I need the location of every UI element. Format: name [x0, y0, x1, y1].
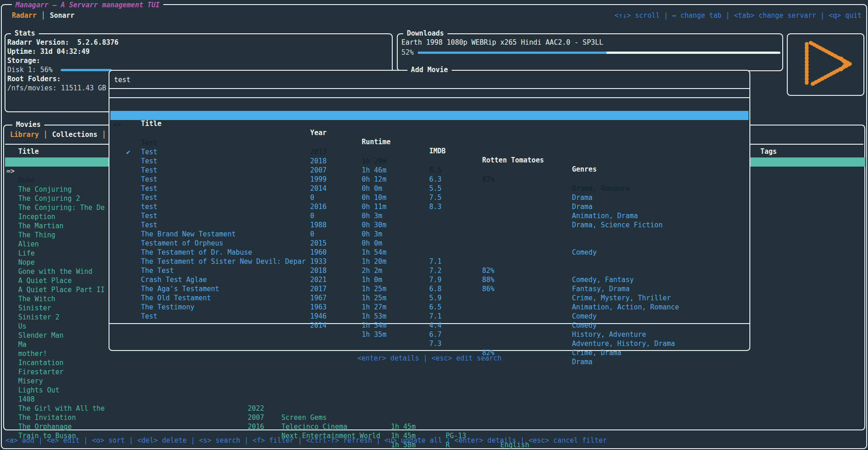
result-rotten-tomatoes: 82% — [482, 348, 494, 357]
uptime-line: Uptime: 31d 04:32:49 — [7, 47, 390, 56]
result-genres: Comedy — [572, 321, 597, 330]
storage-label: Storage: — [7, 56, 390, 65]
tab-collections[interactable]: Collections — [52, 131, 97, 139]
download-progress-line: 52% — [401, 48, 780, 57]
managarr-screen: Managarr – A Servarr management TUI Rada… — [0, 0, 868, 450]
managarr-logo — [792, 36, 859, 92]
result-year: 1967 — [310, 293, 327, 303]
movie-year: 2016 — [248, 422, 264, 431]
result-imdb-rating: 5.9 — [429, 293, 442, 303]
search-result-row[interactable]: The Testament of Sister New Devil: Depar… — [110, 230, 748, 239]
movies-tabs: Library│Collections│ — [10, 130, 111, 139]
search-result-row[interactable]: ✔ Test 2007 0h 12m 5.5 Drama — [110, 129, 748, 138]
movie-studio: Telecinco Cinema — [281, 422, 348, 431]
search-result-row[interactable]: The Aga's Testament 1967 1h 27m 7.1 Hist… — [110, 257, 748, 266]
column-header-tags: Tags — [760, 147, 777, 156]
column-header-title: Title — [18, 147, 39, 156]
result-genres: Crime, Mystery, Thriller — [572, 293, 671, 303]
search-result-row[interactable]: Test 0 0h 0m — [110, 193, 748, 202]
tab-sonarr[interactable]: Sonarr — [50, 11, 74, 20]
result-imdb-rating: 7.3 — [429, 339, 442, 348]
result-imdb-rating: 6.5 — [429, 303, 442, 312]
library-row-details: 2022 Screen Gems 1h 45m PG-13 English 1.… — [4, 395, 864, 404]
uptime-value: 31d 04:32:49 — [40, 47, 89, 56]
search-input-divider — [109, 88, 749, 89]
movies-panel-title: Movies — [12, 120, 44, 129]
search-result-row[interactable]: test 0 0h 30m Comedy — [110, 175, 748, 184]
bottom-keybindings: <a> add | <e> edit | <o> sort | <del> de… — [5, 436, 607, 445]
radarr-version-line: Radarr Version:5.2.6.8376 — [7, 38, 390, 47]
result-runtime: 1h 53m — [362, 312, 386, 321]
top-keybindings: <↑↓> scroll | ↔ change tab | <tab> chang… — [614, 11, 862, 20]
radarr-version-value: 5.2.6.8376 — [77, 38, 118, 47]
search-result-row[interactable]: Test 2016 0h 3m — [110, 166, 748, 175]
result-runtime: 1h 35m — [362, 330, 386, 339]
search-input[interactable]: test — [114, 75, 130, 84]
movie-runtime: 1h 45m — [391, 422, 416, 431]
library-row-details: 2016 Next Entertainment World 1h 58m NR … — [4, 413, 864, 422]
search-result-row[interactable]: Test 2014 1h 35m 7.3 82% Drama — [110, 284, 748, 293]
tab-radarr[interactable]: Radarr — [12, 11, 36, 20]
disk-percent: 56% — [40, 66, 52, 74]
disk-usage-bar — [61, 69, 112, 71]
search-result-row[interactable]: The Brand New Testament 2015 1h 54m 7.1 … — [110, 202, 748, 211]
result-genres: Adventure, History, Drama — [572, 339, 675, 348]
results-table-top-border — [109, 97, 749, 98]
library-row-details: 2007 Telecinco Cinema 1h 45m R Spanish 0… — [4, 404, 864, 413]
tab-library[interactable]: Library — [10, 131, 39, 139]
download-progress-bar — [418, 52, 780, 54]
search-result-row[interactable]: Test 0 0h 11m — [110, 157, 748, 166]
search-result-row[interactable]: Testament of Orpheus 1960 1h 20m 7.2 88%… — [110, 211, 748, 220]
download-percent: 52% — [401, 48, 414, 57]
result-runtime: 1h 34m — [362, 321, 386, 330]
library-movie-row[interactable]: 1408 — [5, 377, 865, 386]
downloads-panel: Downloads Earth 1998 1080p WEBRip x265 H… — [397, 33, 783, 71]
result-runtime: 1h 25m — [362, 293, 386, 303]
popup-keybindings: <enter> details | <esc> edit search — [109, 354, 750, 363]
library-row-details-layer: 2022 Screen Gems 1h 45m PG-13 English 1.… — [4, 395, 864, 422]
result-imdb-rating: 7.1 — [429, 312, 442, 321]
library-movie-row[interactable]: The Girl with All the — [5, 386, 865, 395]
result-genres: Drama — [572, 357, 593, 366]
search-result-row[interactable]: Test 2014 0h 10m 8.3 Drama, Science Fict… — [110, 147, 748, 157]
search-result-row[interactable]: The Old Testament 1963 1h 53m 4.4 Advent… — [110, 266, 748, 275]
search-result-row[interactable]: The Test 2021 1h 25m 5.9 Comedy — [110, 239, 748, 248]
search-result-row[interactable]: Test 1988 0h 3m — [110, 184, 748, 193]
result-title: Test — [141, 312, 157, 321]
app-title: Managarr – A Servarr management TUI — [12, 0, 163, 10]
search-result-row[interactable]: The Testimony 1946 1h 34m 6.7 Crime, Dra… — [110, 275, 748, 284]
result-year: 2014 — [310, 321, 327, 330]
result-genres: Comedy — [572, 312, 597, 321]
result-imdb-rating: 6.7 — [429, 330, 442, 339]
search-result-row[interactable]: Test 2018 1h 46m 6.3 Drama — [110, 120, 748, 129]
result-year: 1963 — [310, 303, 327, 312]
result-genres: History, Adventure — [572, 330, 646, 339]
tab-separator: │ — [36, 11, 50, 20]
search-result-row[interactable]: => Test 2013 1h 29m 6.5 82% Drama, Roman… — [110, 111, 748, 120]
result-genres: Animation, Action, Romance — [572, 303, 679, 312]
search-result-row[interactable]: Test 1999 0h 0m 7.5 Animation, Drama — [110, 138, 748, 147]
result-year: 1946 — [310, 312, 327, 321]
search-result-row[interactable]: The Testament of Dr. Mabuse 1933 2h 2m 7… — [110, 220, 748, 230]
add-movie-popup: Add Movie test ✔ Title Year Runtime IMDB… — [109, 70, 750, 351]
result-imdb-rating: 4.4 — [429, 321, 442, 330]
search-result-row[interactable]: Crash Test Aglae 2017 1h 25m 6.5 Comedy — [110, 248, 748, 257]
result-genres: Crime, Drama — [572, 348, 621, 357]
add-movie-title: Add Movie — [407, 65, 452, 74]
servarr-tabs: Radarr│Sonarr — [12, 11, 74, 20]
result-runtime: 1h 27m — [362, 303, 386, 312]
stats-panel-title: Stats — [11, 29, 39, 38]
logo-panel — [787, 33, 864, 96]
download-item-name: Earth 1998 1080p WEBRip x265 Hindi AAC2.… — [401, 38, 603, 47]
search-results-list: => Test 2013 1h 29m 6.5 82% Drama, Roman… — [110, 111, 748, 293]
downloads-panel-title: Downloads — [403, 29, 447, 38]
tab-separator: │ — [39, 131, 52, 139]
